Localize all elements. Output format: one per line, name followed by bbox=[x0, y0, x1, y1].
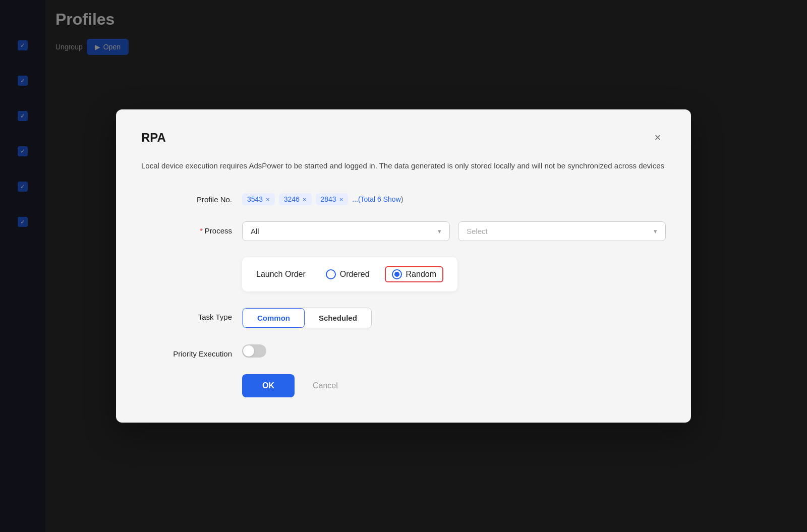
modal-title: RPA bbox=[141, 131, 166, 145]
task-type-row: Task Type Common Scheduled bbox=[141, 308, 666, 328]
task-type-group: Common Scheduled bbox=[242, 308, 372, 328]
total-label: ...(Total 6 bbox=[352, 195, 381, 203]
required-star: * bbox=[200, 226, 203, 235]
ordered-radio-circle bbox=[326, 269, 336, 279]
profile-tag-2-value: 3246 bbox=[284, 195, 300, 203]
priority-execution-label: Priority Execution bbox=[141, 344, 232, 358]
select-group: All ▾ Select ▾ bbox=[242, 221, 666, 241]
chevron-down-icon-1: ▾ bbox=[438, 227, 441, 235]
ok-button[interactable]: OK bbox=[242, 374, 295, 397]
show-link[interactable]: Show bbox=[383, 195, 401, 203]
profile-tag-3-close[interactable]: × bbox=[339, 196, 343, 203]
profile-tags: 3543 × 3246 × 2843 × ...(Total 6 Show) bbox=[242, 190, 403, 205]
action-row: OK Cancel bbox=[141, 374, 666, 397]
launch-order-label-spacer bbox=[141, 257, 232, 262]
profile-total: ...(Total 6 Show) bbox=[352, 195, 403, 203]
ordered-radio[interactable]: Ordered bbox=[326, 269, 370, 279]
profile-tag-3[interactable]: 2843 × bbox=[316, 193, 349, 205]
launch-order-row: Launch Order Ordered Random bbox=[141, 257, 666, 291]
close-button[interactable]: × bbox=[650, 130, 666, 146]
process-label: *Process bbox=[141, 221, 232, 235]
priority-execution-row: Priority Execution bbox=[141, 344, 666, 358]
launch-order-container: Launch Order Ordered Random bbox=[242, 257, 457, 291]
process-select[interactable]: All ▾ bbox=[242, 221, 450, 241]
secondary-select-placeholder: Select bbox=[467, 227, 488, 235]
task-type-common-button[interactable]: Common bbox=[243, 308, 305, 328]
task-type-scheduled-button[interactable]: Scheduled bbox=[305, 308, 371, 328]
profile-no-row: Profile No. 3543 × 3246 × 2843 × ...(Tot… bbox=[141, 190, 666, 205]
launch-order-label: Launch Order bbox=[256, 270, 306, 279]
random-radio-circle bbox=[392, 269, 402, 279]
toggle-thumb bbox=[243, 345, 254, 357]
priority-execution-toggle[interactable] bbox=[242, 344, 266, 358]
profile-tag-2[interactable]: 3246 × bbox=[279, 193, 312, 205]
rpa-modal: RPA × Local device execution requires Ad… bbox=[116, 109, 691, 423]
chevron-down-icon-2: ▾ bbox=[654, 227, 657, 235]
profile-no-label: Profile No. bbox=[141, 190, 232, 204]
ordered-label: Ordered bbox=[340, 270, 370, 279]
process-select-value: All bbox=[251, 227, 259, 235]
secondary-select[interactable]: Select ▾ bbox=[458, 221, 666, 241]
profile-tag-1-value: 3543 bbox=[247, 195, 263, 203]
modal-overlay: RPA × Local device execution requires Ad… bbox=[0, 0, 807, 532]
modal-description: Local device execution requires AdsPower… bbox=[141, 160, 666, 172]
random-radio[interactable]: Random bbox=[385, 266, 443, 282]
profile-tag-1-close[interactable]: × bbox=[266, 196, 270, 203]
task-type-label: Task Type bbox=[141, 308, 232, 321]
random-label: Random bbox=[406, 270, 436, 279]
profile-tag-3-value: 2843 bbox=[321, 195, 336, 203]
process-row: *Process All ▾ Select ▾ bbox=[141, 221, 666, 241]
cancel-button[interactable]: Cancel bbox=[303, 374, 348, 397]
profile-tag-2-close[interactable]: × bbox=[303, 196, 307, 203]
profile-tag-1[interactable]: 3543 × bbox=[242, 193, 275, 205]
modal-header: RPA × bbox=[141, 130, 666, 146]
